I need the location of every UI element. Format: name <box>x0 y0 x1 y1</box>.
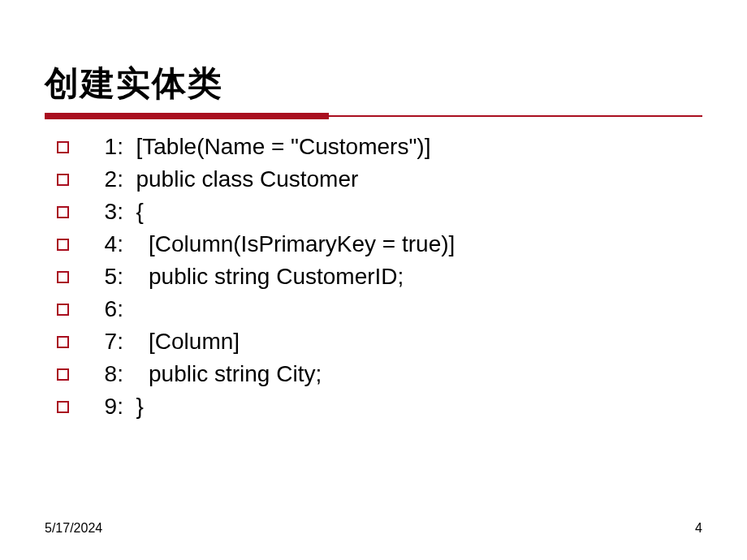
code-line: 6: <box>92 296 123 322</box>
slide-title: 创建实体类 <box>45 61 702 106</box>
bullet-icon <box>57 271 69 283</box>
code-line: 7: [Column] <box>92 329 240 355</box>
code-line: 4: [Column(IsPrimaryKey = true)] <box>92 231 455 257</box>
bullet-icon <box>57 239 69 251</box>
code-line: 1: [Table(Name = "Customers")] <box>92 134 430 160</box>
list-item: 4: [Column(IsPrimaryKey = true)] <box>57 231 702 257</box>
bullet-icon <box>57 174 69 186</box>
list-item: 5: public string CustomerID; <box>57 264 702 290</box>
slide: 创建实体类 1: [Table(Name = "Customers")] 2: … <box>0 0 747 560</box>
bullet-icon <box>57 206 69 218</box>
code-line: 3: { <box>92 199 144 225</box>
bullet-icon <box>57 304 69 316</box>
bullet-icon <box>57 336 69 348</box>
bullet-icon <box>57 368 69 381</box>
list-item: 6: <box>57 296 702 322</box>
list-item: 2: public class Customer <box>57 166 702 192</box>
code-line: 2: public class Customer <box>92 166 358 192</box>
code-list: 1: [Table(Name = "Customers")] 2: public… <box>45 134 702 420</box>
footer-page: 4 <box>695 521 702 536</box>
footer: 5/17/2024 4 <box>45 521 702 536</box>
footer-date: 5/17/2024 <box>45 521 102 536</box>
list-item: 7: [Column] <box>57 329 702 355</box>
bullet-icon <box>57 401 69 413</box>
list-item: 3: { <box>57 199 702 225</box>
list-item: 8: public string City; <box>57 361 702 387</box>
code-line: 8: public string City; <box>92 361 322 387</box>
code-line: 9: } <box>92 394 144 420</box>
title-underline <box>45 113 702 119</box>
code-line: 5: public string CustomerID; <box>92 264 404 290</box>
list-item: 1: [Table(Name = "Customers")] <box>57 134 702 160</box>
list-item: 9: } <box>57 394 702 420</box>
underline-thick <box>45 113 329 119</box>
bullet-icon <box>57 141 69 153</box>
